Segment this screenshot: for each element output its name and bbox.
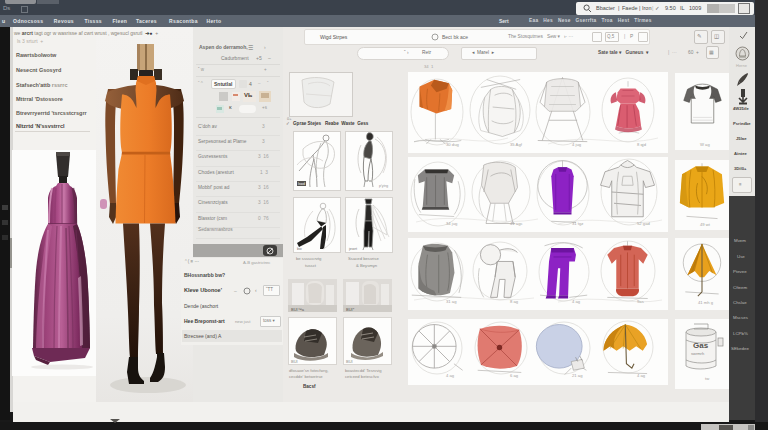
svg-text:BUI: BUI xyxy=(291,359,298,364)
svg-text:p'ytrg: p'ytrg xyxy=(379,184,388,188)
svg-text:BUI™a: BUI™a xyxy=(291,307,305,312)
svg-text:BUI: BUI xyxy=(346,359,353,364)
svg-text:bw: bw xyxy=(297,247,302,251)
svg-text:swrmrh: swrmrh xyxy=(691,351,704,356)
svg-text:lswd: lswd xyxy=(298,182,305,186)
svg-text:jewrt: jewrt xyxy=(348,247,358,251)
svg-text:BUI*: BUI* xyxy=(346,307,355,312)
svg-text:Gas: Gas xyxy=(693,341,709,350)
